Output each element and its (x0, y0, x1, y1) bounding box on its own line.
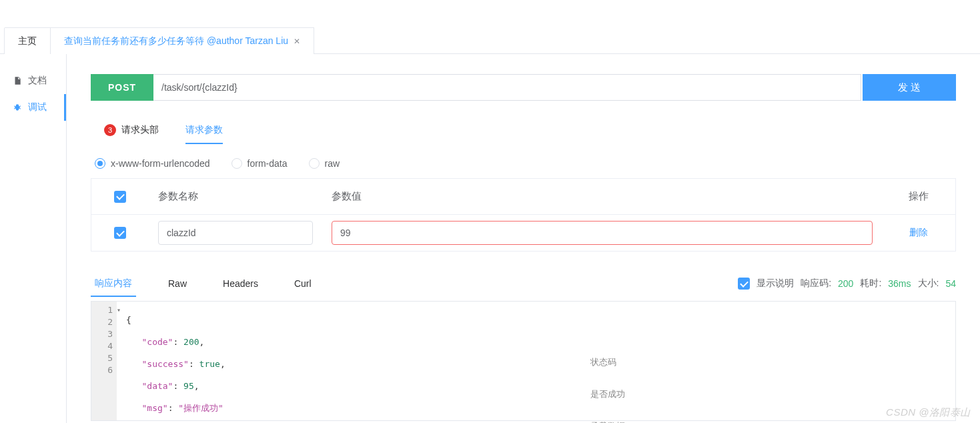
param-name-input[interactable] (158, 221, 313, 245)
editor-code: { "code": 200, "success": true, "data": … (117, 302, 955, 420)
headers-count-badge: 3 (104, 124, 116, 136)
checkbox-row[interactable] (114, 227, 126, 239)
radio-icon (95, 158, 105, 169)
sidebar: 文档 调试 (0, 54, 67, 423)
response-editor[interactable]: 123456 { "code": 200, "success": true, "… (91, 301, 956, 421)
resp-size-value: 54 (945, 278, 956, 289)
main-content: POST /task/sort/{clazzId} 发 送 3 请求头部 请求参… (67, 54, 980, 423)
page-tabs: 主页 查询当前任务前还有多少任务等待 @author Tarzan Liu ✕ (0, 27, 980, 54)
tab-label: 请求头部 (121, 124, 159, 136)
radio-label: form-data (248, 158, 288, 169)
radio-label: raw (325, 158, 340, 169)
request-subtabs: 3 请求头部 请求参数 (91, 117, 956, 143)
checkbox-show-desc[interactable] (738, 278, 750, 290)
request-bar: POST /task/sort/{clazzId} 发 送 (91, 74, 956, 101)
radio-icon (309, 158, 320, 169)
document-icon (12, 76, 23, 85)
tab-active[interactable]: 查询当前任务前还有多少任务等待 @author Tarzan Liu ✕ (50, 27, 314, 54)
params-table: 参数名称 参数值 操作 删除 (91, 178, 956, 252)
tab-response-raw[interactable]: Raw (164, 270, 191, 297)
close-icon[interactable]: ✕ (294, 37, 300, 46)
resp-code-value: 200 (838, 278, 853, 289)
show-desc-label: 显示说明 (757, 278, 794, 290)
radio-form-urlencoded[interactable]: x-www-form-urlencoded (95, 158, 210, 169)
checkbox-all[interactable] (114, 191, 126, 203)
col-header-name: 参数名称 (149, 179, 322, 214)
tab-response-headers[interactable]: Headers (219, 270, 262, 297)
sidebar-item-debug[interactable]: 调试 (0, 94, 66, 121)
response-meta: 显示说明 响应码: 200 耗时: 36ms 大小: 54 (738, 278, 956, 290)
col-header-value: 参数值 (322, 179, 882, 214)
top-app-bar (0, 0, 980, 10)
table-header-row: 参数名称 参数值 操作 (91, 179, 955, 215)
radio-icon (231, 158, 242, 169)
tab-active-label: 查询当前任务前还有多少任务等待 @author Tarzan Liu (64, 35, 288, 47)
field-descriptions: 状态码 是否成功 承载数据 返回消息 (590, 304, 642, 423)
col-header-op: 操作 (882, 179, 955, 214)
sidebar-item-label: 调试 (28, 101, 47, 113)
url-input[interactable]: /task/sort/{clazzId} (153, 74, 861, 101)
radio-form-data[interactable]: form-data (231, 158, 288, 169)
resp-time-label: 耗时: (860, 278, 881, 290)
editor-gutter: 123456 (91, 302, 117, 420)
send-button[interactable]: 发 送 (863, 74, 956, 101)
resp-size-label: 大小: (918, 278, 939, 290)
response-bar: 响应内容 Raw Headers Curl 显示说明 响应码: 200 耗时: … (91, 270, 956, 297)
tab-request-headers[interactable]: 3 请求头部 (91, 117, 172, 143)
tab-home[interactable]: 主页 (4, 27, 51, 54)
http-method[interactable]: POST (91, 74, 153, 101)
sidebar-item-docs[interactable]: 文档 (0, 67, 66, 94)
tab-request-params[interactable]: 请求参数 (172, 117, 236, 143)
radio-raw[interactable]: raw (309, 158, 340, 169)
bug-icon (12, 103, 23, 112)
radio-label: x-www-form-urlencoded (111, 158, 210, 169)
response-tabs: 响应内容 Raw Headers Curl (91, 270, 316, 297)
tab-response-curl[interactable]: Curl (290, 270, 316, 297)
resp-time-value: 36ms (888, 278, 911, 289)
sidebar-item-label: 文档 (28, 75, 47, 87)
tab-response-body[interactable]: 响应内容 (91, 270, 136, 297)
param-value-input[interactable] (332, 221, 873, 245)
body-type-radios: x-www-form-urlencoded form-data raw (91, 158, 956, 169)
delete-row-button[interactable]: 删除 (909, 227, 928, 239)
table-row: 删除 (91, 215, 955, 251)
tab-label: 请求参数 (185, 124, 223, 136)
resp-code-label: 响应码: (801, 278, 831, 290)
